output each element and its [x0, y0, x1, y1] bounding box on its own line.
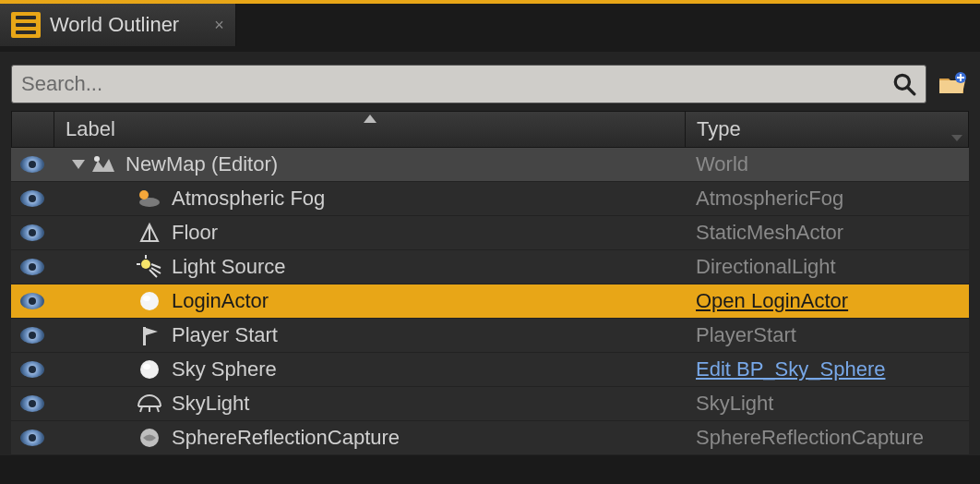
search-icon[interactable] — [892, 72, 916, 96]
svg-point-16 — [143, 296, 150, 301]
world-icon — [90, 151, 116, 177]
player-start-icon — [137, 322, 162, 348]
row-label: Sky Sphere — [172, 357, 277, 381]
visibility-toggle[interactable] — [20, 156, 44, 173]
row-type: SkyLight — [687, 392, 969, 416]
row-label: SphereReflectionCapture — [172, 426, 400, 450]
tree-row[interactable]: Light Source DirectionalLight — [11, 250, 969, 284]
tree-row[interactable]: Atmospheric Fog AtmosphericFog — [11, 182, 969, 216]
column-header-type[interactable]: Type — [686, 112, 968, 147]
add-filter-button[interactable] — [936, 67, 969, 101]
search-box[interactable] — [11, 65, 926, 103]
visibility-toggle[interactable] — [20, 327, 44, 344]
row-type: PlayerStart — [687, 323, 969, 347]
tab-bar: World Outliner × — [0, 0, 980, 52]
row-type: AtmosphericFog — [687, 187, 969, 211]
column-filter-icon[interactable] — [951, 135, 962, 141]
visibility-toggle[interactable] — [20, 430, 44, 446]
tab-title: World Outliner — [50, 13, 179, 37]
sphere-icon — [137, 357, 162, 382]
svg-line-1 — [907, 87, 914, 94]
visibility-toggle[interactable] — [20, 395, 44, 412]
tree-row[interactable]: Sky Sphere Edit BP_Sky_Sphere — [11, 353, 969, 387]
row-type: World — [687, 152, 969, 176]
tree-row[interactable]: SkyLight SkyLight — [11, 387, 969, 421]
folder-plus-icon — [938, 71, 967, 97]
svg-line-12 — [151, 264, 161, 268]
tree-row[interactable]: Player Start PlayerStart — [11, 319, 969, 353]
svg-point-18 — [140, 360, 159, 379]
skylight-icon — [137, 391, 162, 417]
fog-icon — [137, 186, 162, 212]
svg-rect-17 — [143, 327, 146, 345]
visibility-toggle[interactable] — [20, 190, 44, 207]
outliner-icon — [11, 12, 41, 38]
column-header-label[interactable]: Label — [54, 112, 686, 147]
tree-row[interactable]: SphereReflectionCapture SphereReflection… — [11, 421, 969, 455]
mesh-icon — [137, 220, 162, 246]
tree-row-selected[interactable]: LoginActor Open LoginActor — [11, 284, 969, 319]
row-label: Floor — [172, 221, 218, 245]
svg-point-15 — [140, 292, 159, 310]
row-type-link[interactable]: Edit BP_Sky_Sphere — [687, 357, 969, 381]
row-label: SkyLight — [172, 392, 249, 416]
row-label: NewMap (Editor) — [125, 152, 278, 176]
visibility-toggle[interactable] — [20, 224, 44, 241]
close-icon[interactable]: × — [214, 16, 224, 35]
actor-sphere-icon — [137, 288, 162, 314]
expand-toggle[interactable] — [72, 160, 85, 169]
row-type: SphereReflectionCapture — [687, 426, 969, 450]
svg-point-9 — [141, 260, 150, 269]
row-type: DirectionalLight — [687, 255, 969, 279]
search-input[interactable] — [21, 72, 892, 96]
svg-point-19 — [143, 364, 150, 369]
row-type: StaticMeshActor — [687, 221, 969, 245]
visibility-toggle[interactable] — [20, 293, 44, 309]
tree-row-root[interactable]: NewMap (Editor) World — [11, 148, 969, 182]
sort-ascending-icon — [364, 115, 376, 123]
light-icon — [137, 254, 162, 280]
column-header-row: Label Type — [11, 111, 969, 148]
tree-row[interactable]: Floor StaticMeshActor — [11, 216, 969, 250]
visibility-toggle[interactable] — [20, 259, 44, 275]
column-header-visibility[interactable] — [12, 112, 54, 147]
row-label: LoginActor — [172, 289, 269, 313]
svg-point-5 — [94, 156, 100, 162]
reflection-capture-icon — [137, 425, 162, 451]
row-label: Player Start — [172, 323, 278, 347]
tab-world-outliner[interactable]: World Outliner × — [0, 4, 236, 46]
row-label: Atmospheric Fog — [172, 187, 325, 211]
row-type-link[interactable]: Open LoginActor — [687, 289, 969, 313]
row-label: Light Source — [172, 255, 286, 279]
svg-point-7 — [139, 190, 149, 200]
panel-body: Label Type NewMap (Editor) World — [0, 52, 980, 455]
visibility-toggle[interactable] — [20, 361, 44, 378]
outliner-tree: NewMap (Editor) World Atmospheric Fog At… — [11, 148, 969, 455]
